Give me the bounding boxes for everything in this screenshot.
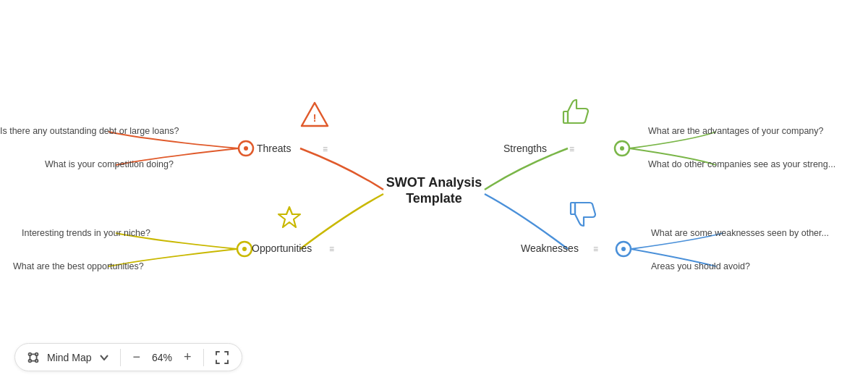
opportunities-icon [278, 207, 300, 227]
svg-marker-11 [278, 207, 300, 227]
zoom-value: 64% [149, 352, 175, 363]
leaf-threats-2: What is your competition doing? [45, 159, 174, 169]
view-mode-section: Mind Map [25, 350, 111, 366]
view-mode-label: Mind Map [47, 352, 91, 363]
svg-point-7 [621, 247, 626, 251]
opportunities-menu[interactable]: ≡ [329, 244, 334, 254]
weaknesses-menu[interactable]: ≡ [593, 244, 598, 254]
svg-point-1 [244, 146, 248, 151]
threats-menu[interactable]: ≡ [323, 144, 328, 154]
opportunities-label: Opportunities [252, 242, 312, 254]
weaknesses-label: Weaknesses [521, 242, 579, 254]
leaf-strengths-1: What are the advantages of your company? [648, 126, 824, 136]
svg-text:!: ! [313, 112, 317, 124]
svg-point-3 [620, 146, 624, 151]
zoom-section: − 64% + [129, 348, 194, 366]
center-title-line1: SWOT Analysis [386, 175, 482, 190]
divider-2 [203, 349, 204, 366]
leaf-threats-1: Is there any outstanding debt or large l… [0, 126, 179, 136]
threats-icon: ! [302, 103, 328, 126]
strengths-label: Strengths [503, 143, 547, 154]
center-title-line2: Template [406, 191, 462, 206]
svg-rect-10 [563, 111, 568, 123]
leaf-weaknesses-1: What are some weaknesses seen by other..… [651, 228, 829, 238]
strengths-menu[interactable]: ≡ [569, 144, 574, 154]
strengths-icon [563, 100, 588, 123]
leaf-strengths-2: What do other companies see as your stre… [648, 159, 835, 169]
fullscreen-button[interactable] [213, 350, 231, 366]
svg-rect-12 [571, 203, 575, 214]
divider-1 [120, 349, 121, 366]
leaf-weaknesses-2: Areas you should avoid? [651, 261, 750, 271]
weaknesses-icon [571, 203, 595, 226]
toolbar: Mind Map − 64% + [14, 343, 242, 371]
zoom-in-button[interactable]: + [181, 348, 195, 366]
svg-point-5 [242, 247, 247, 251]
leaf-opportunities-2: What are the best opportunities? [13, 261, 144, 271]
zoom-out-button[interactable]: − [129, 348, 143, 366]
leaf-opportunities-1: Interesting trends in your niche? [22, 228, 150, 238]
threats-label: Threats [257, 143, 291, 154]
mindmap-icon [25, 350, 41, 366]
view-mode-dropdown[interactable] [97, 353, 111, 362]
